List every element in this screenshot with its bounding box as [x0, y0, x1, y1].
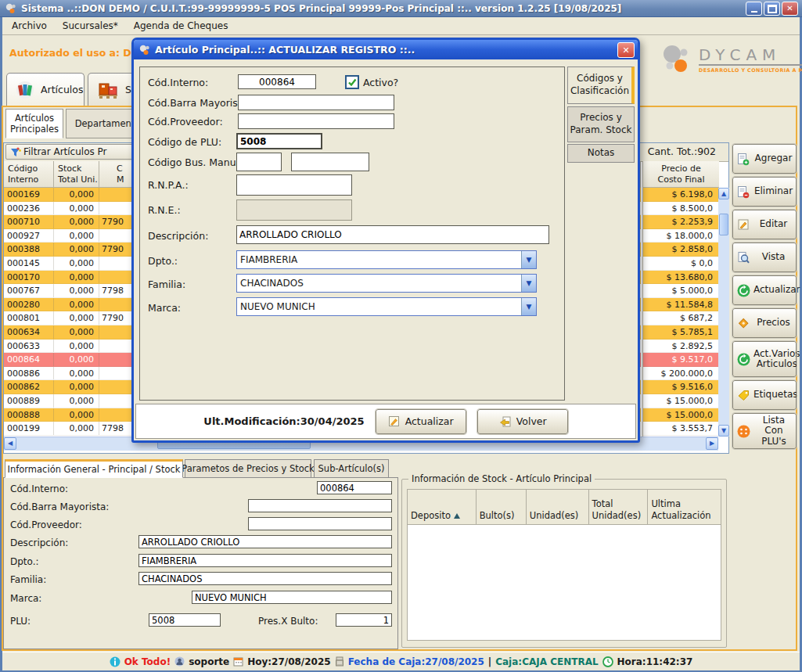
rne-label: R.N.E.:: [148, 204, 181, 216]
price-row[interactable]: $ 18.000,0: [643, 229, 719, 243]
b-marca-field[interactable]: [192, 591, 392, 604]
actualizar-button[interactable]: Actualizar: [732, 275, 797, 305]
price-row[interactable]: $ 200.000,0: [643, 367, 719, 381]
marca-select[interactable]: NUEVO MUNICH ▼: [236, 297, 537, 316]
col-header-precio-costo[interactable]: Precio deCosto Final: [643, 161, 719, 188]
menu-archivo[interactable]: Archivo: [12, 20, 47, 31]
menu-agenda-cheques[interactable]: Agenda de Cheques: [134, 20, 228, 31]
price-row[interactable]: $ 15.000,0: [643, 394, 719, 408]
price-row[interactable]: $ 3.553,7: [643, 422, 719, 436]
add-doc-icon: [737, 153, 750, 166]
maximize-button[interactable]: [764, 2, 780, 16]
cod-proveedor-field[interactable]: [238, 113, 394, 129]
col-header-codigo-interno[interactable]: CódigoInterno: [4, 161, 54, 188]
b-plu-field[interactable]: [149, 613, 221, 627]
b-cod-barra-field[interactable]: [248, 499, 392, 512]
price-row[interactable]: $ 5.000,0: [643, 284, 719, 298]
window-title: Sistema ..::DON DEMO / C.U.I.T.:99-99999…: [21, 3, 621, 14]
price-row[interactable]: $ 13.680,0: [643, 271, 719, 285]
tab-precios-param-stock[interactable]: Precios yParam. Stock: [567, 106, 635, 142]
dialog-volver-button[interactable]: Volver: [477, 409, 568, 434]
vertical-scrollbar[interactable]: ▲ ▼: [718, 188, 729, 437]
codigo-plu-field[interactable]: [236, 133, 322, 149]
close-button[interactable]: ✕: [782, 2, 798, 16]
minimize-button[interactable]: [746, 2, 762, 16]
codigo-plu-label: Código de PLU:: [148, 136, 221, 148]
b-cod-proveedor-field[interactable]: [248, 517, 392, 530]
dpto-select[interactable]: FIAMBRERIA ▼: [236, 250, 537, 269]
chevron-down-icon[interactable]: ▼: [521, 298, 536, 315]
authorized-text: Autorizado el uso a: DO: [9, 47, 139, 59]
tab-articulos[interactable]: Artículos: [6, 73, 85, 106]
menu-sucursales[interactable]: Sucursales*: [63, 20, 118, 31]
cashbox-icon: [335, 656, 344, 667]
col-unidades[interactable]: Unidad(es): [527, 490, 589, 524]
col-ultima-actualizacion[interactable]: UltimaActualización: [648, 490, 721, 524]
price-row[interactable]: $ 9.516,0: [643, 380, 719, 394]
price-row[interactable]: $ 0,0: [643, 257, 719, 271]
scroll-up-icon[interactable]: ▲: [718, 188, 729, 199]
scroll-right-icon[interactable]: ▶: [706, 437, 718, 450]
tab-informacion-general[interactable]: Información General - Principal / Stock: [5, 459, 183, 478]
descripcion-field[interactable]: [236, 225, 549, 244]
refresh-multi-icon: [737, 353, 750, 366]
precios-button[interactable]: Precios: [732, 308, 797, 338]
cod-interno-field[interactable]: [238, 74, 316, 89]
b-cod-interno-label: Cód.Interno:: [10, 483, 68, 494]
vscroll-thumb[interactable]: [719, 214, 728, 235]
b-cod-interno-field[interactable]: [317, 481, 392, 494]
edit-icon: [737, 218, 750, 231]
tab-sub-articulos[interactable]: Sub-Artículo(s): [314, 459, 389, 478]
b-pres-bulto-field[interactable]: [336, 613, 392, 627]
books-icon: [15, 81, 35, 99]
tab-notas[interactable]: Notas: [567, 144, 635, 163]
dialog-close-button[interactable]: ✕: [617, 42, 635, 58]
price-row[interactable]: $ 8.500,0: [643, 202, 719, 216]
cod-proveedor-label: Cód.Proveedor:: [148, 116, 223, 128]
codigo-bus-manual-field-2[interactable]: [291, 153, 369, 171]
familia-select[interactable]: CHACINADOS ▼: [236, 274, 537, 293]
plu-list-icon: [737, 425, 750, 438]
tab-codigos-clasificacion[interactable]: Códigos yClasificación: [567, 66, 635, 104]
tab-parametros-precios[interactable]: Parametos de Precios y Stock: [185, 459, 311, 478]
dialog-form-panel: Cód.Interno: Activo? Cód.Barra Mayorisa:…: [139, 66, 565, 401]
act-varios-articulos-button[interactable]: Act.Varios Articulos: [732, 341, 797, 377]
price-row[interactable]: $ 15.000,0: [643, 408, 719, 422]
price-row[interactable]: $ 9.517,0: [643, 353, 719, 367]
codigo-bus-manual-field-1[interactable]: [236, 153, 282, 171]
dialog-titlebar: Artículo Principal..:: ACTUALIZAR REGIST…: [134, 40, 638, 59]
eliminar-button[interactable]: Eliminar: [732, 177, 797, 207]
rnpa-label: R.N.P.A.:: [148, 179, 189, 191]
scroll-left-icon[interactable]: ◀: [4, 437, 16, 450]
chevron-down-icon[interactable]: ▼: [521, 251, 536, 268]
b-familia-field[interactable]: [138, 572, 392, 585]
price-row[interactable]: $ 2.858,0: [643, 243, 719, 257]
price-row[interactable]: $ 5.785,1: [643, 325, 719, 340]
b-dpto-field[interactable]: [138, 554, 392, 567]
col-total-unidades[interactable]: TotalUnidad(es): [589, 490, 649, 524]
b-descripcion-field[interactable]: [138, 535, 392, 548]
subtab-articulos-principales[interactable]: Artículos Principales: [5, 109, 63, 138]
dialog-actualizar-button[interactable]: Actualizar: [376, 409, 466, 434]
scroll-down-icon[interactable]: ▼: [718, 425, 729, 437]
col-bultos[interactable]: Bulto(s): [477, 490, 527, 524]
chevron-down-icon[interactable]: ▼: [521, 275, 536, 292]
editar-button[interactable]: Editar: [732, 210, 797, 239]
etiquetas-button[interactable]: Etiquetas: [732, 380, 797, 410]
price-row[interactable]: $ 2.253,9: [643, 215, 719, 229]
b-marca-label: Marca:: [10, 593, 41, 604]
tag-icon: [737, 390, 750, 401]
price-row[interactable]: $ 6.198,0: [643, 188, 719, 202]
col-deposito[interactable]: Deposito: [408, 490, 477, 524]
price-row[interactable]: $ 2.892,5: [643, 340, 719, 354]
agregar-button[interactable]: Agregar: [732, 144, 797, 174]
rnpa-field[interactable]: [236, 174, 352, 196]
price-row[interactable]: $ 687,2: [643, 311, 719, 325]
activo-checkbox[interactable]: [345, 75, 359, 89]
price-row[interactable]: $ 11.584,8: [643, 298, 719, 312]
cod-barra-mayorista-field[interactable]: [238, 95, 394, 110]
vista-button[interactable]: Vista: [732, 243, 797, 272]
col-header-stock-total[interactable]: StockTotal Uni.: [54, 161, 99, 188]
b-plu-label: PLU:: [10, 616, 31, 627]
lista-con-plus-button[interactable]: Lista Con PLU's: [732, 413, 797, 449]
